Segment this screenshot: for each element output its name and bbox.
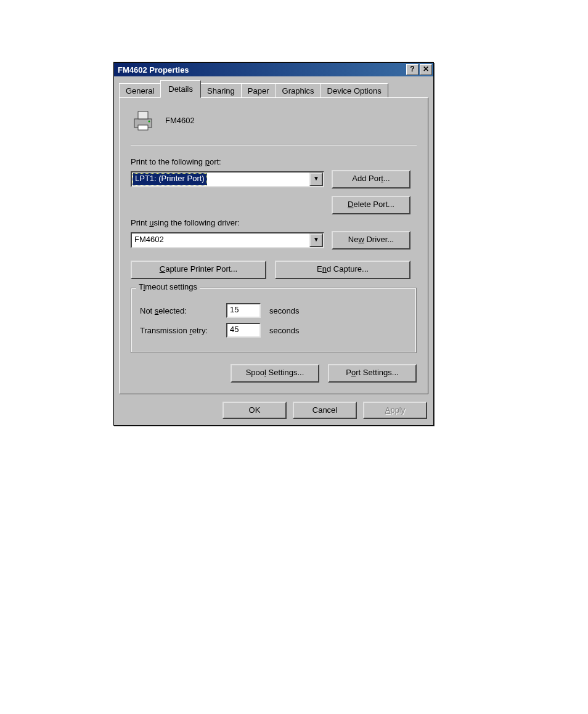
driver-label: Print using the following driver: <box>131 218 417 227</box>
tab-sharing[interactable]: Sharing <box>200 83 242 98</box>
printer-name-label: FM4602 <box>165 116 195 125</box>
driver-value: FM4602 <box>132 233 309 247</box>
chevron-down-icon[interactable]: ▼ <box>309 172 323 186</box>
not-selected-label: Not selected: <box>140 306 226 315</box>
transmission-retry-input[interactable]: 45 <box>226 323 261 338</box>
tab-general[interactable]: General <box>119 83 161 98</box>
svg-point-3 <box>149 121 150 123</box>
not-selected-input[interactable]: 15 <box>226 303 261 318</box>
svg-rect-1 <box>138 112 148 119</box>
separator <box>131 145 417 146</box>
end-capture-button[interactable]: End Capture... <box>275 261 410 279</box>
new-driver-button[interactable]: New Driver... <box>332 231 410 249</box>
details-sheet: FM4602 Print to the following port: LPT1… <box>119 97 428 394</box>
tab-strip: General Details Sharing Paper Graphics D… <box>119 81 428 97</box>
dialog-button-row: OK Cancel Apply <box>114 399 433 425</box>
titlebar[interactable]: FM4602 Properties ? ✕ <box>114 63 433 76</box>
help-button[interactable]: ? <box>406 64 419 75</box>
driver-combobox[interactable]: FM4602 ▼ <box>131 232 324 248</box>
tab-graphics[interactable]: Graphics <box>276 83 321 98</box>
port-combobox[interactable]: LPT1: (Printer Port) ▼ <box>131 171 324 187</box>
printer-icon <box>131 108 155 132</box>
close-button[interactable]: ✕ <box>420 64 432 75</box>
properties-window: FM4602 Properties ? ✕ General Details Sh… <box>113 62 434 426</box>
timeout-groupbox: Timeout settings Not selected: 15 second… <box>131 288 417 353</box>
capture-port-button[interactable]: Capture Printer Port... <box>131 261 266 279</box>
timeout-legend: Timeout settings <box>136 282 200 291</box>
tab-details[interactable]: Details <box>160 80 201 98</box>
chevron-down-icon[interactable]: ▼ <box>309 233 323 247</box>
port-settings-button[interactable]: Port Settings... <box>328 364 417 383</box>
delete-port-button[interactable]: Delete Port... <box>332 196 410 214</box>
seconds-label: seconds <box>269 306 299 315</box>
ok-button[interactable]: OK <box>223 402 287 419</box>
add-port-button[interactable]: Add Port... <box>332 170 410 189</box>
port-value: LPT1: (Printer Port) <box>133 173 207 185</box>
transmission-retry-label: Transmission retry: <box>140 326 226 335</box>
port-label: Print to the following port: <box>131 157 417 166</box>
cancel-button[interactable]: Cancel <box>293 402 357 419</box>
tab-paper[interactable]: Paper <box>241 83 276 98</box>
spool-settings-button[interactable]: Spool Settings... <box>231 364 319 383</box>
svg-rect-2 <box>138 125 148 130</box>
window-title: FM4602 Properties <box>118 65 405 75</box>
tab-device-options[interactable]: Device Options <box>321 83 388 98</box>
seconds-label: seconds <box>269 326 299 335</box>
apply-button[interactable]: Apply <box>363 402 427 419</box>
